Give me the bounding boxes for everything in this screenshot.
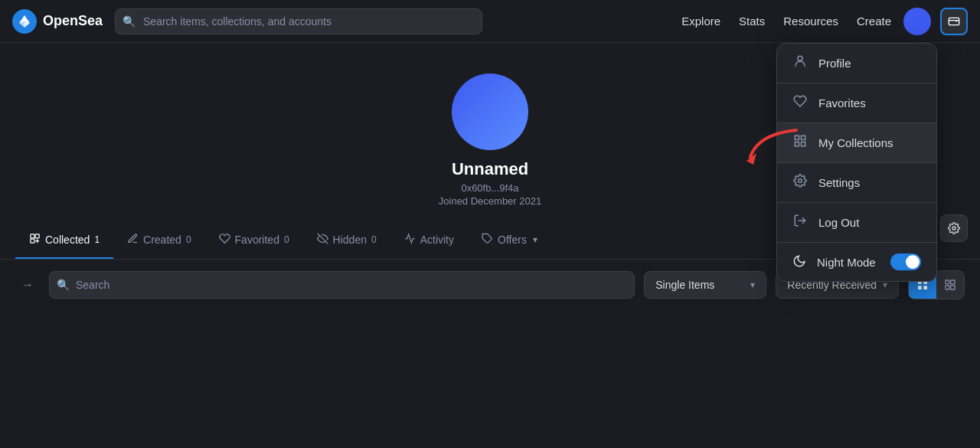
tab-hidden-label: Hidden — [333, 234, 367, 246]
night-mode-label: Night Mode — [817, 256, 876, 269]
collected-icon — [29, 233, 41, 247]
filter-search-icon: 🔍 — [57, 279, 70, 291]
avatar-button[interactable] — [903, 8, 931, 35]
svg-point-6 — [799, 179, 802, 183]
tab-favorited-count: 0 — [284, 234, 289, 245]
tab-favorited-label: Favorited — [235, 234, 279, 246]
toggle-knob — [906, 255, 920, 269]
search-icon: 🔍 — [122, 15, 136, 28]
tab-activity[interactable]: Activity — [390, 222, 468, 259]
tab-created-label: Created — [143, 234, 181, 246]
tab-created-count: 0 — [186, 234, 191, 245]
logo-text: OpenSea — [43, 13, 103, 29]
person-icon — [792, 54, 808, 72]
profile-name: Unnamed — [452, 159, 528, 179]
offers-icon — [482, 233, 493, 247]
night-mode-row: Night Mode — [777, 243, 936, 281]
dropdown-favorites[interactable]: Favorites — [777, 83, 936, 123]
search-bar: 🔍 — [115, 8, 482, 34]
svg-rect-4 — [795, 142, 799, 146]
single-items-chevron-icon: ▾ — [750, 280, 755, 290]
svg-rect-5 — [802, 142, 805, 146]
nav-links: Explore Stats Resources Create — [681, 15, 891, 28]
tab-offers-label: Offers — [498, 234, 527, 246]
svg-rect-22 — [951, 280, 955, 284]
dropdown-my-collections[interactable]: My Collections — [777, 123, 936, 162]
grid-icon — [792, 134, 808, 152]
night-mode-toggle[interactable] — [890, 253, 921, 270]
logout-icon — [792, 214, 808, 231]
night-mode-left: Night Mode — [792, 254, 876, 270]
avatar — [452, 74, 528, 150]
moon-icon — [792, 254, 806, 270]
nav-resources[interactable]: Resources — [783, 15, 838, 28]
heart-icon — [792, 94, 808, 112]
dropdown-logout[interactable]: Log Out — [777, 203, 936, 242]
tab-collected[interactable]: Collected 1 — [15, 222, 113, 259]
svg-rect-24 — [951, 286, 955, 289]
svg-rect-3 — [802, 136, 805, 139]
tab-hidden[interactable]: Hidden 0 — [303, 222, 390, 259]
dropdown-logout-label: Log Out — [818, 216, 859, 229]
settings-icon — [792, 174, 808, 191]
logo-link[interactable]: OpenSea — [12, 9, 103, 34]
svg-rect-21 — [946, 280, 949, 284]
hidden-icon — [317, 233, 328, 247]
svg-rect-2 — [795, 136, 799, 139]
tab-activity-label: Activity — [420, 234, 454, 246]
profile-settings-button[interactable] — [940, 214, 968, 242]
svg-rect-20 — [923, 286, 927, 289]
single-items-dropdown[interactable]: Single Items ▾ — [644, 271, 766, 299]
filter-search-container: 🔍 — [49, 271, 635, 299]
tab-favorited[interactable]: Favorited 0 — [205, 222, 303, 259]
svg-rect-12 — [31, 239, 34, 243]
tab-offers[interactable]: Offers ▾ — [468, 222, 551, 259]
svg-point-9 — [952, 227, 956, 230]
wallet-button[interactable] — [940, 8, 968, 35]
search-input[interactable] — [115, 8, 482, 34]
dropdown-favorites-label: Favorites — [818, 96, 866, 110]
nav-explore[interactable]: Explore — [681, 15, 720, 28]
tab-collected-count: 1 — [94, 234, 100, 245]
dropdown-menu: Profile Favorites My Collections — [776, 43, 937, 282]
nav-stats[interactable]: Stats — [739, 15, 765, 28]
svg-rect-11 — [35, 234, 39, 238]
filter-arrow-button[interactable]: → — [15, 273, 40, 297]
tab-created[interactable]: Created 0 — [113, 222, 205, 259]
dropdown-profile-label: Profile — [818, 57, 851, 70]
nav-actions — [903, 8, 968, 35]
profile-joined: Joined December 2021 — [439, 195, 541, 207]
filter-search-input[interactable] — [49, 271, 635, 299]
created-icon — [127, 233, 139, 247]
svg-rect-10 — [31, 234, 34, 238]
svg-point-1 — [798, 56, 802, 60]
dropdown-settings[interactable]: Settings — [777, 163, 936, 202]
offers-chevron-icon: ▾ — [533, 234, 537, 245]
dropdown-profile[interactable]: Profile — [777, 44, 936, 83]
svg-rect-23 — [946, 286, 949, 289]
svg-rect-0 — [949, 18, 959, 25]
list-view-button[interactable] — [936, 271, 964, 299]
dropdown-settings-label: Settings — [818, 176, 860, 189]
navbar: OpenSea 🔍 Explore Stats Resources Create — [0, 0, 980, 43]
logo-icon — [12, 9, 37, 34]
profile-address: 0x60fb...9f4a — [461, 182, 518, 194]
svg-rect-19 — [918, 286, 922, 289]
single-items-label: Single Items — [655, 279, 714, 291]
activity-icon — [404, 233, 416, 247]
tab-hidden-count: 0 — [371, 234, 377, 245]
favorited-icon — [219, 233, 230, 247]
dropdown-my-collections-label: My Collections — [818, 136, 893, 149]
nav-create[interactable]: Create — [857, 15, 891, 28]
tab-collected-label: Collected — [45, 234, 90, 246]
